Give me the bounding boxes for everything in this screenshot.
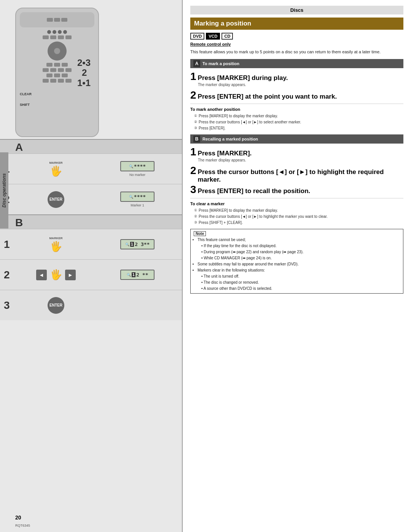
remote-control-image: 2•3 2 1•1 CLEAR SHIFT (15, 8, 99, 137)
enter-icon-b3: ENTER (48, 297, 64, 314)
enter-icon-a2: ENTER (48, 191, 64, 208)
disc-badges: DVD VCD CD (190, 33, 403, 40)
step-b2-text: Press the cursor buttons [◄] or [►] to h… (198, 168, 403, 184)
clear-marker-list: Press [MARKER] to display the marker dis… (194, 208, 403, 226)
display-a2: 🔍 **** (120, 192, 155, 202)
section-a-bar: A To mark a position (190, 59, 403, 68)
marker-hand-a1: MARKER 🖐 (49, 161, 62, 177)
step-a2-row: 2 ENTER 🔍 **** Marker 1 (0, 184, 182, 214)
step-a2-text: Press [ENTER] at the point you want to m… (198, 93, 337, 101)
note-item-9: A source other than DVD/CD is selected. (198, 286, 400, 292)
remote-only-label: Remote control only (190, 42, 403, 46)
step-b1-text: Press [MARKER]. (198, 150, 252, 157)
arrows-b2: ◄ 🖐 ► (36, 269, 76, 281)
note-item-1: This feature cannot be used; (198, 237, 400, 243)
right-arrow-icon: ► (65, 270, 76, 280)
step-b3-row: 3 ENTER (0, 290, 182, 320)
step-a1-row: 1 MARKER 🖐 🔍 **** No marker (0, 153, 182, 184)
section-b-block: B 1 MARKER 🖐 🔍 1 2 3** 2 (0, 214, 182, 320)
section-b-letter: B (15, 217, 27, 229)
rqt-code: RQT6345 (15, 524, 30, 527)
note-item-7: The unit is turned off. (198, 273, 400, 280)
step-a2-heading: 2 Press [ENTER] at the point you want to… (190, 90, 403, 101)
vcd-badge: VCD (206, 33, 220, 40)
display-a1: 🔍 **** (120, 161, 155, 171)
discs-header: Discs (190, 6, 403, 14)
step-b3-text: Press [ENTER] to recall the position. (198, 187, 311, 195)
note-box: Note This feature cannot be used; If the… (190, 229, 403, 294)
page-title: Marking a position (190, 18, 403, 30)
clear-step-1: Press [MARKER] to display the marker dis… (194, 208, 403, 214)
step-b2-row: 2 ◄ 🖐 ► 🔍 1 2 ** (0, 259, 182, 290)
section-b-bar-letter: B (193, 136, 200, 142)
disc-operations-label: Disc operations (0, 152, 8, 228)
cd-badge: CD (221, 33, 233, 40)
mark-another-label: To mark another position (190, 107, 403, 112)
section-b-bar: B Recalling a marked position (190, 134, 403, 144)
left-panel: Disc operations (0, 0, 183, 532)
display-b2: 🔍 1 2 ** (120, 270, 155, 280)
section-a-letter: A (15, 141, 27, 153)
step-a1-heading: 1 Press [MARKER] during play. (190, 71, 403, 82)
mark-another-step-2: Press the cursor buttons [◄] or [►] to s… (194, 119, 403, 125)
step-b3-heading: 3 Press [ENTER] to recall the position. (190, 184, 403, 195)
clear-step-3: Press [SHIFT] + [CLEAR]. (194, 220, 403, 226)
mark-another-list: Press [MARKER] to display the marker dis… (194, 113, 403, 131)
step-b1-heading: 1 Press [MARKER]. (190, 147, 403, 157)
step-b1-desc: The marker display appears. (198, 158, 403, 162)
note-item-6: Markers clear in the following situation… (198, 267, 400, 273)
display-a2-label: Marker 1 (131, 203, 144, 207)
note-list: This feature cannot be used; If the play… (198, 237, 400, 292)
note-title: Note (194, 231, 400, 237)
marker-hand-b1: MARKER 🖐 (49, 236, 62, 252)
note-item-5: Some subtitles may fail to appear around… (198, 261, 400, 267)
clear-step-2: Press the cursor buttons [◄] or [►] to h… (194, 214, 403, 220)
right-panel: Discs Marking a position DVD VCD CD Remo… (183, 0, 411, 532)
clear-label: CLEAR SHIFT (20, 92, 32, 107)
description-text: This feature allows you to mark up to 5 … (190, 49, 403, 55)
mark-another-step-1: Press [MARKER] to display the marker dis… (194, 113, 403, 119)
section-a-bar-letter: A (193, 60, 200, 67)
note-item-8: The disc is changed or removed. (198, 280, 400, 286)
section-b-bar-label: Recalling a marked position (202, 137, 258, 141)
section-a-bar-label: To mark a position (202, 61, 239, 66)
note-item-3: During program (➡ page 22) and random pl… (198, 249, 400, 255)
step-b3-number: 3 (4, 299, 15, 312)
mark-another-step-3: Press [ENTER]. (194, 125, 403, 131)
step-b1-number: 1 (4, 238, 15, 251)
left-arrow-icon: ◄ (36, 270, 47, 280)
step-a1-desc: The marker display appears. (198, 83, 403, 87)
note-item-4: While CD MANAGER (➡ page 24) is on. (198, 255, 400, 261)
clear-marker-label: To clear a marker (190, 201, 403, 206)
step-b2-heading: 2 Press the cursor buttons [◄] or [►] to… (190, 165, 403, 184)
step-b1-row: 1 MARKER 🖐 🔍 1 2 3** (0, 229, 182, 259)
dvd-badge: DVD (190, 33, 204, 40)
note-item-2: If the play time for the disc is not dis… (198, 243, 400, 249)
step-b2-number: 2 (4, 269, 15, 281)
step-a1-text: Press [MARKER] during play. (198, 74, 288, 82)
number-indicators: 2•3 2 1•1 (77, 58, 91, 88)
display-b1: 🔍 1 2 3** (120, 239, 155, 249)
section-a-block: A 1 MARKER 🖐 🔍 **** No marker 2 (0, 139, 182, 214)
page-number: 20 (15, 514, 21, 521)
display-a1-label: No marker (129, 173, 145, 177)
